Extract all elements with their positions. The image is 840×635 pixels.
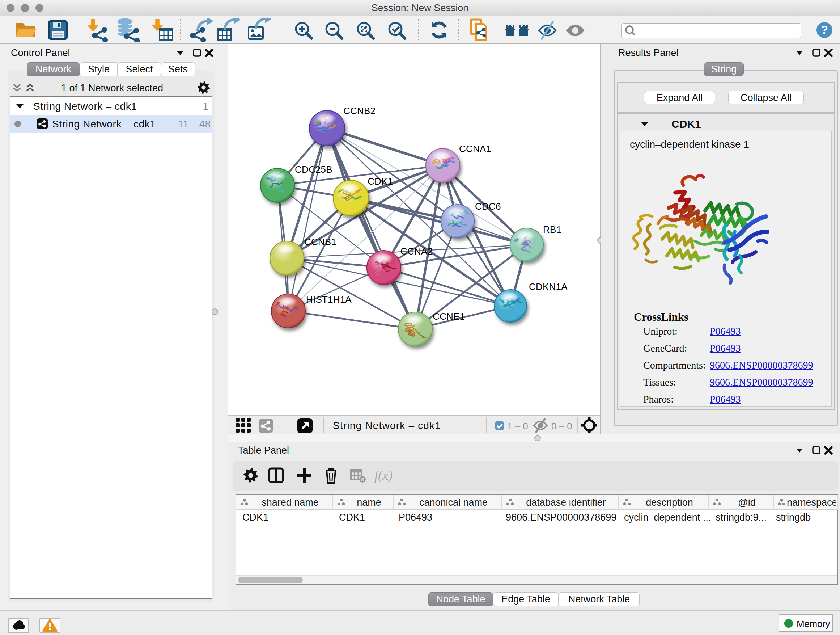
svg-text:?: ?: [821, 23, 828, 36]
